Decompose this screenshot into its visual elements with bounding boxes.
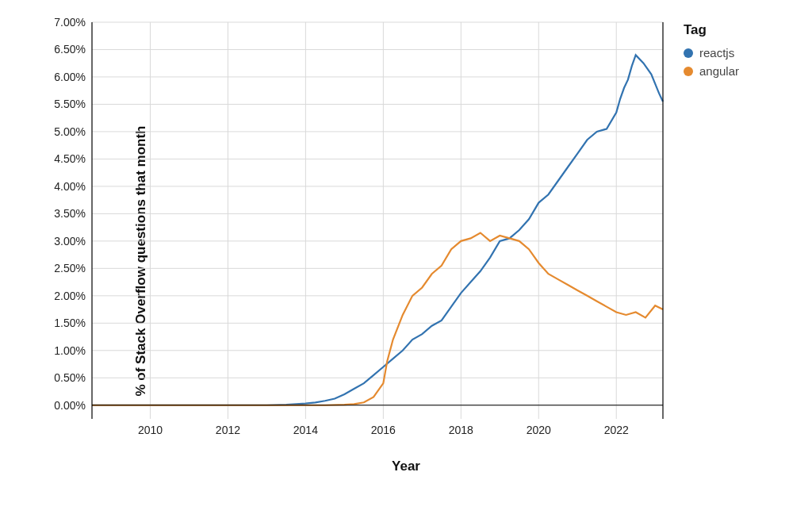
x-tick-label: 2022: [604, 424, 629, 436]
grid-horizontal: [92, 22, 663, 405]
y-tick-label: 4.00%: [54, 180, 86, 193]
series-group: [92, 55, 663, 405]
x-tick-label: 2014: [293, 424, 318, 436]
x-tick-label: 2018: [449, 424, 473, 436]
series-reactjs: [92, 55, 663, 405]
chart-container: % of Stack Overflow questions that month…: [0, 0, 812, 522]
series-angular: [92, 233, 663, 405]
y-tick-label: 5.50%: [54, 98, 86, 110]
y-tick-label: 6.50%: [54, 43, 86, 56]
x-axis-label: Year: [392, 459, 420, 474]
y-tick-label: 4.50%: [54, 152, 86, 165]
x-tick-label: 2016: [371, 424, 396, 436]
legend: Tag reactjsangular: [684, 22, 739, 83]
y-tick-label: 6.00%: [54, 71, 86, 83]
legend-swatch-icon: [684, 67, 693, 76]
y-tick-labels: 0.00%0.50%1.00%1.50%2.00%2.50%3.00%3.50%…: [0, 22, 90, 419]
y-tick-label: 1.50%: [54, 317, 86, 329]
y-tick-label: 3.00%: [54, 235, 86, 248]
legend-label: angular: [699, 64, 739, 78]
y-tick-label: 2.50%: [54, 262, 86, 274]
x-tick-label: 2020: [527, 424, 551, 436]
x-tick-label: 2010: [138, 424, 163, 436]
grid-vertical: [150, 22, 616, 419]
plot-svg: [92, 22, 663, 419]
legend-items: reactjsangular: [684, 46, 739, 78]
legend-item-angular: angular: [684, 64, 739, 78]
y-tick-label: 0.50%: [54, 371, 86, 384]
y-tick-label: 3.50%: [54, 207, 86, 220]
y-tick-label: 1.00%: [54, 344, 86, 357]
legend-label: reactjs: [699, 46, 734, 59]
legend-item-reactjs: reactjs: [684, 46, 739, 59]
y-tick-label: 2.00%: [54, 290, 86, 302]
y-tick-label: 5.00%: [54, 125, 86, 138]
y-tick-label: 7.00%: [54, 16, 86, 29]
x-tick-labels: 2010201220142016201820202022: [92, 419, 663, 443]
x-tick-label: 2012: [216, 424, 240, 436]
legend-swatch-icon: [684, 48, 693, 58]
legend-title: Tag: [684, 22, 739, 38]
plot-area: [92, 22, 663, 419]
y-tick-label: 0.00%: [54, 399, 86, 412]
